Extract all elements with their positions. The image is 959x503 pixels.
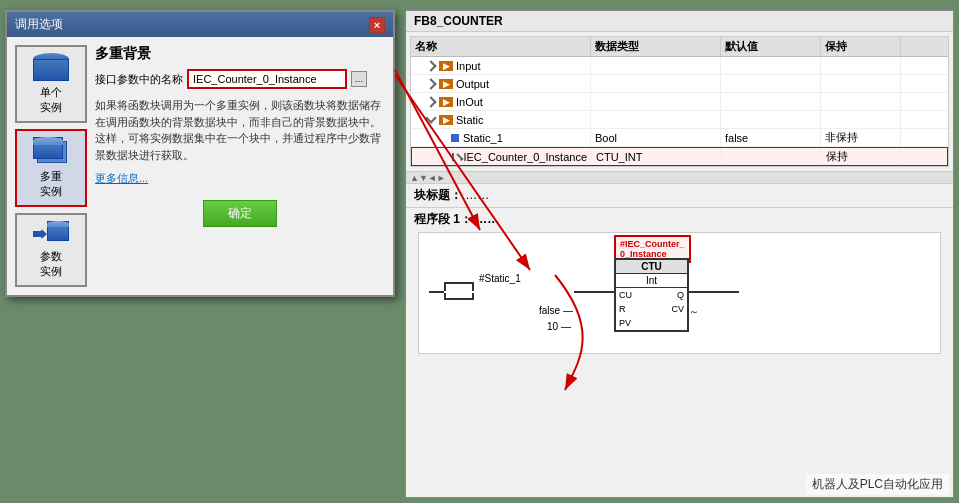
browse-button[interactable]: … xyxy=(351,71,367,87)
fb8-title: FB8_COUNTER xyxy=(406,11,953,32)
param-db-icon xyxy=(33,221,69,249)
program-section: 程序段 1： …… #IEC_Counter_0_Instance #Stati… xyxy=(406,207,953,359)
table-row[interactable]: ▶ InOut xyxy=(411,93,948,111)
row-name: ▶ Output xyxy=(411,75,591,92)
rail-left xyxy=(429,291,444,293)
dialog-title: 调用选项 xyxy=(15,16,63,33)
description-text: 如果将函数块调用为一个多重实例，则该函数块将数据储存在调用函数块的背景数据块中，… xyxy=(95,97,385,163)
rail-mid xyxy=(574,291,614,293)
row-retain xyxy=(821,57,901,74)
ctu-cv-pin: CV xyxy=(671,304,684,314)
ctu-cu-pin: CU xyxy=(619,290,632,300)
more-info-link[interactable]: 更多信息... xyxy=(95,171,385,186)
table-row[interactable]: ▶ Output xyxy=(411,75,948,93)
row-retain: 非保持 xyxy=(821,129,901,146)
variable-table: 名称 数据类型 默认值 保持 ▶ Input ▶ Output xyxy=(410,36,949,167)
ctu-q-pin: Q xyxy=(677,290,684,300)
row-default xyxy=(721,93,821,110)
row-default xyxy=(721,57,821,74)
single-instance-button[interactable]: 单个实例 xyxy=(15,45,87,123)
input-label: 接口参数中的名称 xyxy=(95,72,183,87)
row-default xyxy=(722,148,822,165)
program-label: 程序段 1： …… xyxy=(414,211,945,228)
row-type: CTU_INT xyxy=(592,148,722,165)
row-name: Static_1 xyxy=(411,129,591,146)
multi-db-icon xyxy=(33,137,69,167)
right-panel: FB8_COUNTER 名称 数据类型 默认值 保持 ▶ Input ▶ Out… xyxy=(405,10,954,498)
col-name: 名称 xyxy=(411,37,591,56)
section-title: 多重背景 xyxy=(95,45,385,63)
row-type: Bool xyxy=(591,129,721,146)
row-default xyxy=(721,111,821,128)
col-datatype: 数据类型 xyxy=(591,37,721,56)
ok-button[interactable]: 确定 xyxy=(203,200,277,227)
row-type xyxy=(591,93,721,110)
pv-value-label: 10 — xyxy=(547,321,571,332)
param-instance-button[interactable]: 参数实例 xyxy=(15,213,87,287)
single-instance-label: 单个实例 xyxy=(40,85,62,115)
block-title-area: 块标题： …… xyxy=(406,183,953,207)
row-retain: 保持 xyxy=(822,148,902,165)
cv-output-line: ～ xyxy=(689,305,699,319)
false-value-label: false — xyxy=(539,305,573,316)
ctu-pv-pin: PV xyxy=(619,318,631,328)
input-row: 接口参数中的名称 … xyxy=(95,69,385,89)
row-retain xyxy=(821,75,901,92)
table-row[interactable]: Static_1 Bool false 非保持 xyxy=(411,129,948,147)
scrollbar-area[interactable]: ▲▼◄► xyxy=(406,171,953,183)
ctu-subtitle: Int xyxy=(616,274,687,287)
row-name: ▶ Static xyxy=(411,111,591,128)
table-row[interactable]: ▶ Input xyxy=(411,57,948,75)
multi-instance-label: 多重实例 xyxy=(40,169,62,199)
col-default: 默认值 xyxy=(721,37,821,56)
row-retain xyxy=(821,93,901,110)
block-title-label: 块标题： xyxy=(414,188,462,202)
static1-label: #Static_1 xyxy=(479,273,521,284)
ladder-diagram: #IEC_Counter_0_Instance #Static_1 CTU xyxy=(418,232,941,354)
rail-right xyxy=(689,291,739,293)
param-instance-label: 参数实例 xyxy=(40,249,62,279)
dialog-content: 多重背景 接口参数中的名称 … 如果将函数块调用为一个多重实例，则该函数块将数据… xyxy=(95,45,385,287)
instance-name-input[interactable] xyxy=(187,69,347,89)
row-type xyxy=(591,111,721,128)
table-header: 名称 数据类型 默认值 保持 xyxy=(411,37,948,57)
multi-instance-button[interactable]: 多重实例 xyxy=(15,129,87,207)
row-type xyxy=(591,75,721,92)
table-row-iec-counter[interactable]: IEC_Counter_0_Instance CTU_INT 保持 xyxy=(411,147,948,166)
watermark: 机器人及PLC自动化应用 xyxy=(806,474,949,495)
row-name: ▶ Input xyxy=(411,57,591,74)
row-default xyxy=(721,75,821,92)
row-name: ▶ InOut xyxy=(411,93,591,110)
row-retain xyxy=(821,111,901,128)
ctu-function-block: CTU Int CU Q R CV PV xyxy=(614,258,689,332)
close-button[interactable]: × xyxy=(369,17,385,33)
row-type xyxy=(591,57,721,74)
table-row[interactable]: ▶ Static xyxy=(411,111,948,129)
row-default: false xyxy=(721,129,821,146)
ctu-r-pin: R xyxy=(619,304,626,314)
ctu-title: CTU xyxy=(616,260,687,274)
single-db-icon xyxy=(33,53,69,83)
row-name: IEC_Counter_0_Instance xyxy=(412,148,592,165)
col-retain: 保持 xyxy=(821,37,901,56)
call-options-dialog: 调用选项 × 单个实例 多重实例 xyxy=(5,10,395,297)
dialog-titlebar: 调用选项 × xyxy=(7,12,393,37)
block-title-value: …… xyxy=(465,188,489,202)
instance-type-sidebar: 单个实例 多重实例 xyxy=(15,45,87,287)
